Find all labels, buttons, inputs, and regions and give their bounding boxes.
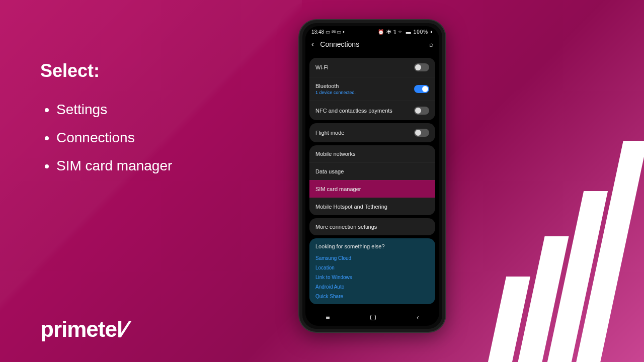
settings-group-more: More connection settings — [309, 218, 435, 235]
row-label: Flight mode — [315, 130, 414, 136]
settings-group-wireless: Wi-Fi Bluetooth 1 device connected. NFC … — [309, 58, 435, 120]
suggestion-link[interactable]: Samsung Cloud — [315, 253, 429, 263]
settings-header: ‹ Connections ⌕ — [305, 36, 439, 55]
row-bluetooth[interactable]: Bluetooth 1 device connected. — [309, 77, 435, 101]
instruction-item: Settings — [56, 96, 172, 124]
instructions-panel: Select: Settings Connections SIM card ma… — [40, 60, 172, 180]
status-right-icons: ⏰ ✱ ⇅ ᯤ ▬ 100% ▮ — [378, 29, 433, 35]
suggestions-heading: Looking for something else? — [315, 243, 429, 249]
suggestion-link[interactable]: Location — [315, 263, 429, 273]
brand-logo: primetel/ — [40, 317, 128, 342]
row-data-usage[interactable]: Data usage — [309, 162, 435, 180]
row-label: Wi-Fi — [315, 64, 414, 70]
bluetooth-toggle[interactable] — [414, 85, 429, 93]
instructions-heading: Select: — [40, 60, 172, 81]
row-label: SIM card manager — [315, 186, 429, 192]
page-title: Connections — [320, 40, 423, 48]
phone-frame: 13:48 ▭ ✉ ▭ • ⏰ ✱ ⇅ ᯤ ▬ 100% ▮ ‹ Connect… — [299, 20, 445, 332]
row-subtitle: 1 device connected. — [315, 90, 414, 95]
back-nav-icon[interactable]: ‹ — [417, 313, 419, 321]
android-nav-bar: ≡ ‹ — [305, 311, 439, 324]
back-icon[interactable]: ‹ — [311, 40, 314, 49]
row-sim-card-manager[interactable]: SIM card manager — [309, 180, 435, 198]
status-left-icons: ▭ ✉ ▭ • — [326, 29, 345, 35]
home-icon[interactable] — [370, 315, 376, 320]
suggestions-panel: Looking for something else? Samsung Clou… — [309, 238, 435, 304]
row-nfc[interactable]: NFC and contactless payments — [309, 101, 435, 120]
suggestion-link[interactable]: Android Auto — [315, 282, 429, 292]
row-flight-mode[interactable]: Flight mode — [309, 123, 435, 142]
row-label: Mobile networks — [315, 151, 429, 157]
search-icon[interactable]: ⌕ — [429, 40, 433, 48]
row-label: Bluetooth — [315, 83, 414, 89]
background-diagonal — [0, 0, 302, 362]
recents-icon[interactable]: ≡ — [326, 313, 330, 321]
row-wifi[interactable]: Wi-Fi — [309, 58, 435, 77]
wifi-toggle[interactable] — [414, 63, 429, 71]
settings-group-flight: Flight mode — [309, 123, 435, 142]
row-more-connection[interactable]: More connection settings — [309, 218, 435, 235]
status-time: 13:48 ▭ ✉ ▭ • — [311, 29, 345, 35]
signal-bars-graphic — [497, 141, 624, 362]
flight-mode-toggle[interactable] — [414, 129, 429, 137]
row-hotspot[interactable]: Mobile Hotspot and Tethering — [309, 198, 435, 215]
nfc-toggle[interactable] — [414, 107, 429, 115]
phone-screen: 13:48 ▭ ✉ ▭ • ⏰ ✱ ⇅ ᯤ ▬ 100% ▮ ‹ Connect… — [305, 26, 439, 326]
settings-group-network: Mobile networks Data usage SIM card mana… — [309, 145, 435, 215]
instruction-item: Connections — [56, 124, 172, 152]
suggestion-link[interactable]: Link to Windows — [315, 273, 429, 282]
row-label: NFC and contactless payments — [315, 108, 414, 114]
row-mobile-networks[interactable]: Mobile networks — [309, 145, 435, 162]
suggestion-link[interactable]: Quick Share — [315, 292, 429, 301]
instructions-list: Settings Connections SIM card manager — [40, 96, 172, 180]
status-bar: 13:48 ▭ ✉ ▭ • ⏰ ✱ ⇅ ᯤ ▬ 100% ▮ — [305, 26, 439, 36]
row-label: Data usage — [315, 168, 429, 174]
instruction-item: SIM card manager — [56, 152, 172, 180]
row-label: More connection settings — [315, 224, 429, 230]
row-label: Mobile Hotspot and Tethering — [315, 204, 429, 210]
